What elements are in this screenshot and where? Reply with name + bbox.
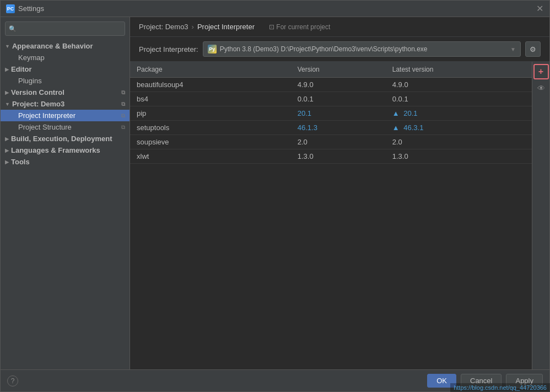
cell-package: bs4 [130,92,291,106]
sidebar-label-tools: Tools [11,158,30,166]
col-package: Package [130,62,291,78]
table-row[interactable]: pip20.1▲ 20.1 [130,106,532,121]
arrow-icon-vc: ▶ [5,90,9,95]
package-area: Package Version Latest version beautiful… [130,62,549,369]
search-input[interactable] [19,25,121,33]
package-table: Package Version Latest version beautiful… [130,62,532,164]
upgrade-arrow-icon: ▲ [392,109,401,117]
arrow-icon-editor: ▶ [5,67,9,72]
cell-version: 2.0 [291,135,386,149]
main-panel: Project: Demo3 › Project Interpreter ⊡ F… [130,17,549,369]
sidebar-item-keymap[interactable]: Keymap [1,52,130,63]
package-table-container: Package Version Latest version beautiful… [130,62,532,369]
sidebar-label-version-control: Version Control [11,88,64,96]
interpreter-python-label: Python 3.8 (Demo3) D:\Project\Python\Dem… [220,45,507,53]
sidebar-item-build-execution[interactable]: ▶ Build, Execution, Deployment [1,133,130,144]
bottom-left: ? [7,375,18,386]
sidebar-item-editor[interactable]: ▶ Editor [1,63,130,75]
sidebar-label-editor: Editor [11,65,32,73]
sidebar-item-project-demo3[interactable]: ▼ Project: Demo3 ⧉ [1,98,130,110]
sidebar: 🔍 ▼ Appearance & Behavior Keymap ▶ Edito… [1,17,130,369]
search-box[interactable]: 🔍 [5,22,125,36]
sidebar-item-plugins[interactable]: Plugins [1,75,130,87]
arrow-icon-project: ▼ [5,101,10,107]
sidebar-label-keymap: Keymap [18,53,45,62]
add-package-button[interactable]: + [533,64,549,79]
copy-icon-interpreter: ⧉ [121,112,125,119]
sidebar-label-appearance-behavior: Appearance & Behavior [12,42,93,50]
settings-window: PC Settings ✕ 🔍 ▼ Appearance & Behavior … [0,0,550,392]
cell-latest-version: ▲ 46.3.1 [386,121,532,135]
cell-package: pip [130,106,291,121]
sidebar-label-plugins: Plugins [18,77,42,85]
cell-latest-version: 2.0 [386,135,532,149]
title-bar: PC Settings ✕ [1,1,549,17]
interpreter-row: Project Interpreter: Py Python 3.8 (Demo… [130,37,549,62]
breadcrumb-parent[interactable]: Project: Demo3 [139,23,188,31]
arrow-icon: ▼ [5,44,10,49]
dropdown-arrow-icon: ▼ [510,46,516,52]
sidebar-item-languages-frameworks[interactable]: ▶ Languages & Frameworks [1,144,130,156]
table-row[interactable]: bs40.0.10.0.1 [130,92,532,106]
table-row[interactable]: xlwt1.3.01.3.0 [130,149,532,164]
close-button[interactable]: ✕ [535,4,544,13]
cell-version: 1.3.0 [291,149,386,164]
help-button[interactable]: ? [7,375,18,386]
sidebar-item-version-control[interactable]: ▶ Version Control ⧉ [1,87,130,98]
arrow-icon-langs: ▶ [5,148,9,153]
breadcrumb: Project: Demo3 › Project Interpreter ⊡ F… [130,17,549,37]
table-header-row: Package Version Latest version [130,62,532,78]
cell-version: 46.1.3 [291,121,386,135]
cell-latest-version: 0.0.1 [386,92,532,106]
sidebar-item-project-structure[interactable]: Project Structure ⧉ [1,121,130,133]
python-icon: Py [208,45,217,53]
arrow-icon-tools: ▶ [5,159,9,165]
col-version: Version [291,62,386,78]
gear-icon: ⚙ [530,45,536,53]
sidebar-label-project-demo3: Project: Demo3 [12,100,64,108]
interpreter-dropdown[interactable]: Py Python 3.8 (Demo3) D:\Project\Python\… [203,41,521,57]
cell-package: soupsieve [130,135,291,149]
sidebar-label-project-interpreter: Project Interpreter [18,111,76,120]
window-title: Settings [18,4,44,13]
sidebar-item-project-interpreter[interactable]: Project Interpreter ⧉ [1,110,130,121]
breadcrumb-separator: › [192,23,194,31]
arrow-icon-build: ▶ [5,136,9,142]
cell-version: 4.9.0 [291,78,386,92]
copy-icon-project: ⧉ [121,101,125,108]
cell-package: beautifulsoup4 [130,78,291,92]
search-icon: 🔍 [9,25,17,33]
sidebar-item-appearance-behavior[interactable]: ▼ Appearance & Behavior [1,40,130,52]
sidebar-item-tools[interactable]: ▶ Tools [1,156,130,168]
cell-package: setuptools [130,121,291,135]
table-row[interactable]: beautifulsoup44.9.04.9.0 [130,78,532,92]
table-row[interactable]: setuptools46.1.3▲ 46.3.1 [130,121,532,135]
breadcrumb-current: Project Interpreter [197,23,255,31]
cell-package: xlwt [130,149,291,164]
cell-version: 20.1 [291,106,386,121]
watermark: https://blog.csdn.net/qq_44720366 [450,383,550,392]
main-content: 🔍 ▼ Appearance & Behavior Keymap ▶ Edito… [1,17,549,369]
right-toolbar: + 👁 [532,62,549,369]
copy-icon-structure: ⧉ [121,124,125,131]
cell-version: 0.0.1 [291,92,386,106]
cell-latest-version: ▲ 20.1 [386,106,532,121]
for-current-project-label: ⊡ For current project [269,23,330,31]
upgrade-arrow-icon: ▲ [392,123,401,132]
sidebar-label-build-execution: Build, Execution, Deployment [11,135,112,143]
cell-latest-version: 1.3.0 [386,149,532,164]
show-early-releases-button[interactable]: 👁 [533,80,549,96]
col-latest-version: Latest version [386,62,532,78]
interpreter-label: Project Interpreter: [139,45,198,53]
copy-icon-vc: ⧉ [121,89,125,96]
cell-latest-version: 4.9.0 [386,78,532,92]
gear-button[interactable]: ⚙ [525,41,541,57]
sidebar-label-project-structure: Project Structure [18,123,72,131]
app-icon: PC [6,4,15,13]
title-bar-left: PC Settings [6,4,44,13]
sidebar-label-languages-frameworks: Languages & Frameworks [11,146,100,154]
table-row[interactable]: soupsieve2.02.0 [130,135,532,149]
